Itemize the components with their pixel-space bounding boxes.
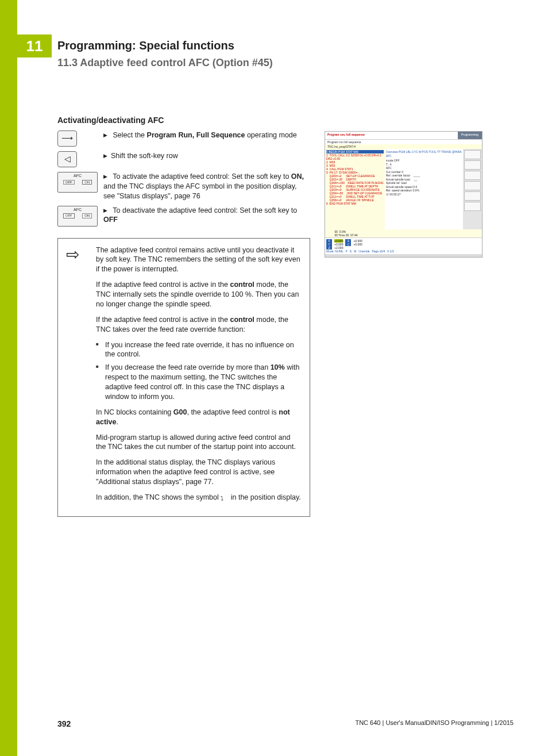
sc-time-rows: 00 0.0% 00 Time 00 07:44	[325, 229, 482, 237]
note-body: The adaptive feed control remains active…	[96, 245, 302, 508]
step-text: Shift the soft-key row	[103, 151, 310, 161]
shift-softkey-icon: ◁	[57, 151, 103, 167]
note-paragraph: Mid-program startup is allowed during ac…	[96, 433, 302, 452]
afc-off-softkey-icon: AFC OFF ON	[57, 206, 103, 227]
bold: Program Run, Full Sequence	[147, 131, 245, 139]
note-box: ⇨ The adaptive feed control remains acti…	[57, 238, 310, 517]
bold: 10%	[271, 363, 285, 371]
page-number: 392	[57, 719, 71, 728]
sc-s: S	[350, 250, 352, 253]
sc-m: M	[354, 250, 356, 253]
subheading: Activating/deactivating AFC	[57, 115, 310, 126]
afc-softkey-off-icon: AFC OFF ON	[57, 206, 98, 227]
note-arrow-icon: ⇨	[66, 245, 89, 508]
note-paragraph: In addition, the TNC shows the symbol in…	[96, 493, 302, 502]
sc-info-tabs: Overview PGM LBL CYC M POS TOOL TT TRANS…	[386, 150, 462, 158]
sc-secondary-title: Programming	[458, 132, 482, 139]
sc-program-lines: 1 TOOL CALL 3 Z S2500 DL+0.05 DR+0.1 DR2…	[326, 153, 384, 205]
sc-ovr: Override	[358, 250, 369, 253]
afc-softkey-on-icon: AFC OFF ON	[57, 172, 98, 193]
section-title: 11.3 Adaptive feed control AFC (Option #…	[57, 57, 514, 69]
text: To deactivate the adaptive feed control:…	[113, 206, 297, 214]
step-text: Select the Program Run, Full Sequence op…	[103, 131, 310, 140]
step-row: ⟶ Select the Program Run, Full Sequence …	[57, 131, 310, 147]
note-paragraph: In the additional status display, the TN…	[96, 458, 302, 487]
text: operating mode	[245, 131, 296, 139]
chapter-number-tab: 11	[17, 34, 52, 57]
note-paragraph: If the adaptive feed control is active i…	[96, 280, 302, 309]
note-paragraph: In NC blocks containing G00, the adaptiv…	[96, 408, 302, 427]
afc-label: AFC	[74, 174, 82, 178]
sc-position-display: X+0.000 A+0.000 Y+0.000 C+0.000 Z+2.000 …	[325, 237, 482, 254]
sc-pos-c: +0.000	[353, 243, 362, 246]
main-content: Activating/deactivating AFC ⟶ Select the…	[57, 115, 310, 517]
page-accent-bar	[0, 0, 17, 756]
afc-label: AFC	[74, 208, 82, 212]
on-label: ON	[82, 180, 92, 185]
sc-side-btn	[464, 202, 481, 211]
step-text: To deactivate the adaptive feed control:…	[103, 206, 310, 225]
text: If you decrease the feed rate override b…	[105, 363, 271, 371]
text: If the adaptive feed control is active i…	[96, 316, 230, 324]
sc-program-path: TNC:\nc_prog\STAT.H	[325, 144, 482, 149]
mode-select-icon: ⟶	[57, 131, 103, 147]
triangle-left-icon: ◁	[57, 151, 77, 167]
sc-side-btn	[464, 150, 481, 159]
sc-softkey-row: TOOL MANAGEMENT AFC SETTINGS AFC OFF ON	[325, 254, 482, 258]
note-paragraph: The adaptive feed control remains active…	[96, 245, 302, 275]
sc-subtitle: Program run full sequence	[325, 140, 482, 144]
step-text: To activate the adaptive feed control: S…	[103, 172, 310, 201]
text: In addition, the TNC shows the symbol	[96, 493, 221, 501]
step-row: AFC OFF ON To deactivate the adaptive fe…	[57, 206, 310, 227]
sc-side-btn	[464, 160, 481, 170]
text: , the adaptive feed control is	[187, 408, 279, 416]
text: In NC blocks containing	[96, 408, 173, 416]
sc-columns: 0 BEGIN PGM STAT MM 1 TOOL CALL 3 Z S250…	[325, 149, 482, 229]
text: If the adaptive feed control is active i…	[96, 281, 230, 289]
sc-frac: 0 1/3	[387, 250, 393, 253]
on-label: ON	[82, 213, 92, 218]
note-list: If you increase the feed rate override, …	[96, 340, 302, 402]
sc-info-lines: mode:OFF T : 4 AFC Cut number 0 Ref. ove…	[386, 159, 462, 196]
sc-side-btn	[464, 171, 481, 180]
sc-f: F	[346, 250, 348, 253]
sc-mode-title: Program run, full sequence	[325, 132, 458, 139]
bold: control	[230, 316, 254, 324]
sc-program-listing: 0 BEGIN PGM STAT MM 1 TOOL CALL 3 Z S250…	[325, 149, 385, 229]
text: .	[116, 418, 118, 426]
page-header: Programming: Special functions 11.3 Adap…	[57, 39, 514, 69]
step-row: AFC OFF ON To activate the adaptive feed…	[57, 172, 310, 201]
bold: OFF	[103, 216, 118, 224]
sc-side-btn	[464, 181, 481, 190]
sc-page: Page 16/4	[372, 250, 385, 253]
page-footer: 392 TNC 640 | User's ManualDIN/ISO Progr…	[57, 719, 514, 728]
afc-on-softkey-icon: AFC OFF ON	[57, 172, 103, 193]
list-item: If you increase the feed rate override, …	[96, 340, 302, 360]
sc-titlebar: Program run, full sequence Programming	[325, 132, 482, 140]
text: Select the	[113, 131, 146, 139]
off-label: OFF	[63, 180, 75, 185]
afc-symbol-icon	[221, 494, 229, 501]
tnc-screenshot: Program run, full sequence Programming P…	[325, 131, 483, 258]
program-run-icon: ⟶	[57, 131, 77, 147]
text: To activate the adaptive feed control: S…	[113, 172, 291, 181]
sc-mode-status: Mode: NOML	[326, 250, 344, 253]
sc-side-btn	[464, 191, 481, 201]
bold: control	[230, 281, 254, 289]
step-row: ◁ Shift the soft-key row	[57, 151, 310, 167]
text: in the position display.	[229, 493, 301, 501]
sc-axis-c: C	[345, 243, 351, 246]
sc-info-panel: Overview PGM LBL CYC M POS TOOL TT TRANS…	[385, 149, 464, 229]
note-paragraph: If the adaptive feed control is active i…	[96, 315, 302, 335]
bold: G00	[173, 408, 187, 416]
list-item: If you decrease the feed rate override b…	[96, 363, 302, 402]
sc-side-buttons	[463, 149, 482, 229]
chapter-title: Programming: Special functions	[57, 39, 514, 52]
off-label: OFF	[63, 213, 75, 218]
bold: ON,	[291, 172, 304, 181]
text: and the TNC displays the AFC symbol in t…	[103, 182, 297, 200]
footer-doc-info: TNC 640 | User's ManualDIN/ISO Programmi…	[355, 719, 514, 728]
